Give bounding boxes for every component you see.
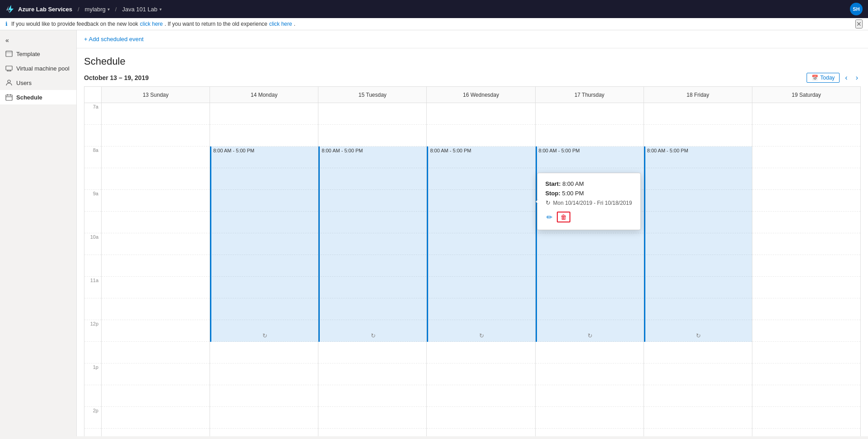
time-block [210, 363, 318, 385]
time-9a-half [84, 212, 101, 233]
toolbar: + Add scheduled event [77, 30, 868, 48]
next-week-button[interactable]: › [853, 73, 861, 83]
time-block [102, 407, 210, 429]
time-block [644, 125, 752, 146]
vm-icon [5, 65, 13, 72]
sidebar-collapse-button[interactable]: « [0, 34, 76, 47]
time-block [102, 255, 210, 277]
time-block [536, 385, 644, 407]
time-block [644, 342, 752, 363]
saturday-label: 19 Saturday [792, 92, 821, 98]
workspace-label: mylabrg [85, 6, 106, 13]
svg-rect-2 [6, 66, 12, 70]
time-block [102, 277, 210, 298]
sidebar-item-schedule[interactable]: Schedule [0, 90, 76, 104]
time-block [318, 429, 426, 436]
friday-header: 18 Friday [644, 87, 752, 103]
event-block[interactable]: 8:00 AM - 5:00 PM↻ [318, 146, 426, 342]
time-block [536, 429, 644, 436]
day-col-tuesday: 15 Tuesday 8:00 AM - 5:00 PM↻ [318, 87, 427, 436]
time-12p-half [84, 342, 101, 363]
time-block [536, 407, 644, 429]
time-block [102, 233, 210, 255]
time-8a: 8a [84, 146, 101, 168]
popup-delete-button[interactable]: 🗑 [557, 212, 570, 222]
popup-stop-value: 5:00 PM [562, 190, 583, 197]
popup-edit-button[interactable]: ✏ [546, 212, 553, 222]
time-block [210, 385, 318, 407]
time-block [427, 429, 535, 436]
time-block [102, 298, 210, 320]
top-nav: Azure Lab Services / mylabrg ▾ / Java 10… [0, 0, 868, 18]
time-block [102, 103, 210, 125]
feedback-text-2: . If you want to return to the old exper… [165, 21, 267, 27]
previous-week-button[interactable]: ‹ [842, 73, 850, 83]
thursday-slots: 8:00 AM - 5:00 PM↻ [536, 103, 644, 436]
time-block [752, 190, 860, 212]
azure-logo [5, 4, 15, 14]
event-label: 8:00 AM - 5:00 PM [211, 146, 318, 155]
avatar[interactable]: SH [850, 3, 863, 15]
feedback-text-1: If you would like to provide feedback on… [11, 21, 138, 27]
time-block [427, 407, 535, 429]
sidebar-item-users[interactable]: Users [0, 76, 76, 90]
time-block [644, 385, 752, 407]
sunday-slots [102, 103, 210, 436]
brand: Azure Lab Services [5, 4, 72, 14]
time-header [84, 87, 101, 103]
time-2p-half [84, 429, 101, 436]
sidebar-item-template[interactable]: Template [0, 47, 76, 61]
calendar-area[interactable]: Schedule October 13 – 19, 2019 📅Today ‹ … [77, 48, 868, 436]
workspace-nav[interactable]: mylabrg ▾ [85, 6, 110, 13]
event-label: 8:00 AM - 5:00 PM [428, 146, 535, 155]
date-range: October 13 – 19, 2019 [84, 74, 149, 81]
event-recur-icon: ↻ [479, 332, 484, 339]
day-col-monday: 14 Monday 8:00 AM - 5:00 PM↻ [210, 87, 318, 436]
feedback-link-2[interactable]: click here [269, 21, 292, 27]
time-block [318, 103, 426, 125]
trash-icon: 🗑 [560, 213, 567, 221]
time-block [752, 298, 860, 320]
time-block [318, 342, 426, 363]
popup-actions: ✏ 🗑 [546, 212, 632, 222]
time-block [752, 168, 860, 190]
event-label: 8:00 AM - 5:00 PM [320, 146, 426, 155]
time-block [102, 168, 210, 190]
saturday-header: 19 Saturday [752, 87, 860, 103]
sidebar-item-vm-pool[interactable]: Virtual machine pool [0, 61, 76, 76]
time-block [102, 212, 210, 233]
event-popup: Start: 8:00 AM Stop: 5:00 PM ↻ Mon 10/14… [537, 173, 641, 230]
thursday-label: 17 Thursday [574, 92, 605, 98]
event-recur-icon: ↻ [262, 332, 267, 339]
lab-nav[interactable]: Java 101 Lab ▾ [122, 6, 161, 13]
time-block [752, 407, 860, 429]
calendar-header: October 13 – 19, 2019 📅Today ‹ › [84, 73, 861, 83]
time-block [210, 342, 318, 363]
users-label: Users [16, 80, 32, 86]
popup-card: Start: 8:00 AM Stop: 5:00 PM ↻ Mon 10/14… [537, 173, 641, 230]
time-column: 7a 8a 9a 10a 11a 12p 1p 2p 3p [84, 87, 102, 436]
time-block [427, 342, 535, 363]
feedback-bar: ℹ If you would like to provide feedback … [0, 18, 868, 30]
add-scheduled-event-button[interactable]: + Add scheduled event [84, 34, 144, 44]
time-block [752, 342, 860, 363]
pencil-icon: ✏ [546, 213, 552, 221]
event-recur-icon: ↻ [696, 332, 701, 339]
schedule-icon [5, 94, 13, 101]
recur-icon: ↻ [546, 199, 551, 206]
event-block[interactable]: 8:00 AM - 5:00 PM↻ [427, 146, 535, 342]
feedback-text-3: . [294, 21, 295, 27]
time-block [752, 146, 860, 168]
svg-rect-1 [6, 51, 12, 53]
feedback-link-1[interactable]: click here [140, 21, 163, 27]
event-block[interactable]: 8:00 AM - 5:00 PM↻ [644, 146, 752, 342]
time-block [536, 342, 644, 363]
time-block [102, 429, 210, 436]
time-10a-half [84, 255, 101, 277]
time-block [318, 385, 426, 407]
feedback-close-button[interactable]: ✕ [855, 19, 863, 28]
today-button[interactable]: 📅Today [807, 73, 840, 83]
wednesday-label: 16 Wednesday [463, 92, 499, 98]
vm-pool-label: Virtual machine pool [16, 65, 70, 72]
event-block[interactable]: 8:00 AM - 5:00 PM↻ [210, 146, 318, 342]
